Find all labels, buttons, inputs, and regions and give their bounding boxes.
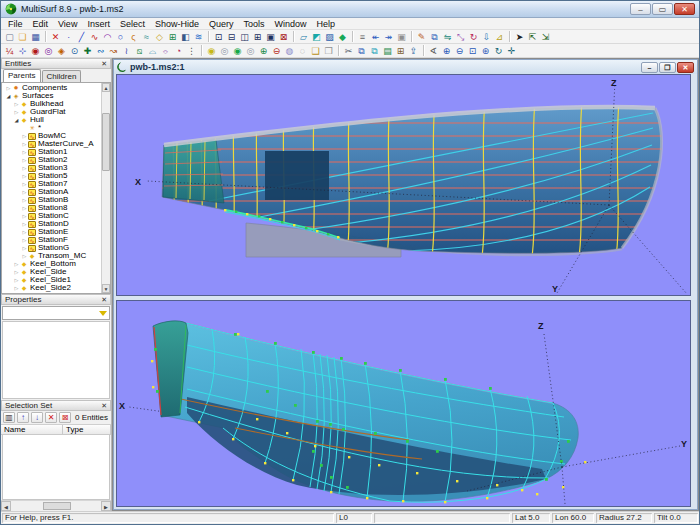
expand-icon[interactable]: ▷ xyxy=(21,180,28,188)
hull-surface-side[interactable] xyxy=(162,107,662,253)
expand-icon[interactable]: ▷ xyxy=(21,156,28,164)
expand-icon[interactable]: ▷ xyxy=(13,100,20,108)
show-surfaces-icon[interactable]: ⊕ xyxy=(257,45,270,57)
clear-set-icon[interactable]: ⊠ xyxy=(59,412,71,423)
perspective-view-canvas[interactable]: X Y Z xyxy=(117,301,690,506)
shaded-mode-icon[interactable]: ◩ xyxy=(310,31,323,43)
properties-filter-input[interactable] xyxy=(2,306,110,320)
expand-icon[interactable]: ▷ xyxy=(13,108,20,116)
collapse-icon[interactable]: ◢ xyxy=(13,116,20,124)
properties-panel-header[interactable]: Properties ✕ xyxy=(1,294,111,305)
expand-icon[interactable]: ▷ xyxy=(21,212,28,220)
show-labels-icon[interactable]: ❑ xyxy=(309,45,322,57)
selection-set-close-icon[interactable]: ✕ xyxy=(101,401,107,410)
menu-file[interactable]: File xyxy=(3,18,28,30)
hide-curves-icon[interactable]: ◎ xyxy=(244,45,257,57)
viewport-side-view[interactable]: X Y Z xyxy=(116,74,691,296)
expand-icon[interactable]: ▷ xyxy=(21,244,28,252)
expand-icon[interactable]: ▷ xyxy=(21,148,28,156)
document-restore-button[interactable]: ❐ xyxy=(659,62,676,73)
expand-icon[interactable]: ▷ xyxy=(13,260,20,268)
insert-surface-icon[interactable]: ◇ xyxy=(153,31,166,43)
move-down-icon[interactable]: ↓ xyxy=(31,412,43,423)
tab-children[interactable]: Children xyxy=(42,70,82,82)
two-view-horizontal-icon[interactable]: ⊟ xyxy=(225,31,238,43)
shift-left-icon[interactable]: ↞ xyxy=(369,31,382,43)
hide-surfaces-icon[interactable]: ⊖ xyxy=(270,45,283,57)
two-view-vertical-icon[interactable]: ◫ xyxy=(238,31,251,43)
hide-labels-icon[interactable]: ❒ xyxy=(322,45,335,57)
tree-item-guardflat[interactable]: ▷◆GuardFlat xyxy=(3,108,100,116)
lofted-surface-icon[interactable]: ⌓ xyxy=(146,45,159,57)
expand-icon[interactable]: ▷ xyxy=(21,140,28,148)
bulkhead-surface[interactable] xyxy=(265,151,329,200)
zoom-fit-icon[interactable]: ⊛ xyxy=(479,45,492,57)
expand-icon[interactable]: ▷ xyxy=(21,252,28,260)
expand-icon[interactable]: ▷ xyxy=(21,132,28,140)
properties-close-icon[interactable]: ✕ xyxy=(101,295,107,304)
paste-icon[interactable]: ▤ xyxy=(381,45,394,57)
pan-view-icon[interactable]: ✛ xyxy=(505,45,518,57)
open-file-icon[interactable]: ❏ xyxy=(16,31,29,43)
menu-window[interactable]: Window xyxy=(269,18,311,30)
mirror-entity-icon[interactable]: ⇋ xyxy=(441,31,454,43)
move-up-icon[interactable]: ↑ xyxy=(17,412,29,423)
show-points-icon[interactable]: ◉ xyxy=(205,45,218,57)
expand-icon[interactable]: ▷ xyxy=(13,276,20,284)
expand-icon[interactable]: ▷ xyxy=(13,284,20,292)
edit-entity-icon[interactable]: ✎ xyxy=(415,31,428,43)
intersection-point-icon[interactable]: ✚ xyxy=(81,45,94,57)
insert-circle-icon[interactable]: ○ xyxy=(114,31,127,43)
lock-icon[interactable]: ▣ xyxy=(395,31,408,43)
tree-item-keel-side3[interactable]: ▷◆Keel_Side3 xyxy=(3,292,100,294)
knot-list-icon[interactable]: ⋮ xyxy=(185,45,198,57)
blend-curve-icon[interactable]: ∾ xyxy=(94,45,107,57)
swept-surface-icon[interactable]: ⌔ xyxy=(159,45,172,57)
menu-help[interactable]: Help xyxy=(312,18,341,30)
insert-arc-icon[interactable]: ◠ xyxy=(101,31,114,43)
insert-curve-icon[interactable]: ≈ xyxy=(140,31,153,43)
expand-icon[interactable]: ▷ xyxy=(21,236,28,244)
duplicate-icon[interactable]: ⊞ xyxy=(394,45,407,57)
ruled-surface-icon[interactable]: ⧅ xyxy=(133,45,146,57)
expand-icon[interactable]: ▷ xyxy=(13,292,20,294)
copy-append-icon[interactable]: ⧉ xyxy=(368,45,381,57)
show-curves-icon[interactable]: ◉ xyxy=(231,45,244,57)
fraction-bead-icon[interactable]: ¼ xyxy=(3,45,16,57)
minimize-button[interactable]: – xyxy=(630,3,651,15)
expand-icon[interactable]: ▷ xyxy=(21,172,28,180)
render-mode-icon[interactable]: ◆ xyxy=(336,31,349,43)
column-header-type[interactable]: Type xyxy=(63,425,111,435)
cut-icon[interactable]: ✂ xyxy=(342,45,355,57)
collapse-icon[interactable]: ◢ xyxy=(5,92,12,100)
hide-all-icon[interactable]: ◌ xyxy=(296,45,309,57)
viewport-perspective-view[interactable]: X Y Z xyxy=(116,300,691,507)
select-cursor-icon[interactable]: ➤ xyxy=(513,31,526,43)
column-header-name[interactable]: Name xyxy=(1,425,63,435)
zoom-window-icon[interactable]: ⊡ xyxy=(466,45,479,57)
menu-edit[interactable]: Edit xyxy=(28,18,54,30)
menu-tools[interactable]: Tools xyxy=(238,18,269,30)
blister-icon[interactable]: ◔ xyxy=(172,45,185,57)
absolute-point-icon[interactable]: ⊹ xyxy=(16,45,29,57)
entities-tree-scrollbar[interactable]: ▲ ▼ xyxy=(101,83,110,293)
selection-set-table-body[interactable] xyxy=(2,435,110,500)
maximize-button[interactable]: ▭ xyxy=(652,3,673,15)
expand-icon[interactable]: ▷ xyxy=(21,164,28,172)
shift-right-icon[interactable]: ↠ xyxy=(382,31,395,43)
expand-icon[interactable]: ▷ xyxy=(5,84,12,92)
filter-funnel-icon[interactable] xyxy=(99,311,107,316)
side-view-canvas[interactable]: X Y Z xyxy=(117,75,690,295)
new-file-icon[interactable]: ▢ xyxy=(3,31,16,43)
entities-close-icon[interactable]: ✕ xyxy=(101,59,107,68)
transom-surface[interactable] xyxy=(163,140,224,203)
close-button[interactable]: ✕ xyxy=(674,3,695,15)
insert-net-icon[interactable]: ⊞ xyxy=(166,31,179,43)
menu-select[interactable]: Select xyxy=(115,18,150,30)
wireframe-mode-icon[interactable]: ▱ xyxy=(297,31,310,43)
menu-query[interactable]: Query xyxy=(204,18,239,30)
scrollbar-thumb[interactable] xyxy=(102,113,110,171)
magnet-point-icon[interactable]: ◈ xyxy=(55,45,68,57)
scroll-left-icon[interactable]: ◀ xyxy=(1,501,11,511)
insert-contours-icon[interactable]: ≋ xyxy=(192,31,205,43)
